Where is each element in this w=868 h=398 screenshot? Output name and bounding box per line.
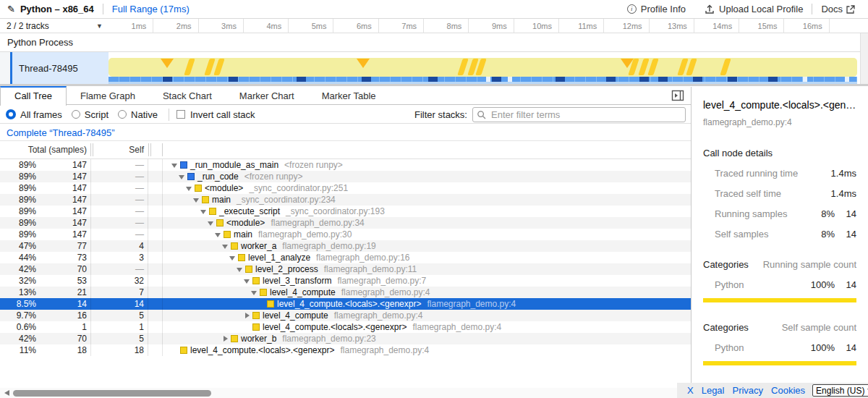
footer-link-privacy[interactable]: Privacy bbox=[732, 385, 763, 396]
function-name: level_4_compute.<locals>.<genexpr> bbox=[277, 298, 421, 310]
thread-activity-track[interactable] bbox=[109, 52, 857, 85]
cell-function: mainflamegraph_demo.py:30 bbox=[163, 229, 691, 240]
column-header-total[interactable]: Total (samples) bbox=[0, 141, 87, 158]
thread-track-row: Thread-78495 bbox=[0, 52, 868, 85]
column-divider bbox=[90, 159, 91, 171]
tab-marker-chart[interactable]: Marker Chart bbox=[226, 86, 308, 105]
sample-dark-segment bbox=[768, 77, 778, 82]
process-track-row[interactable]: Python Process bbox=[0, 33, 868, 52]
thread-track-label[interactable]: Thread-78495 bbox=[0, 52, 109, 85]
radio-all-frames[interactable]: All frames bbox=[6, 109, 62, 120]
footer-close-button[interactable]: X bbox=[687, 385, 694, 396]
profile-info-button[interactable]: i Profile Info bbox=[627, 4, 686, 14]
filter-stacks-input[interactable] bbox=[472, 107, 686, 122]
column-divider bbox=[90, 344, 91, 356]
ruler-tick: 6ms bbox=[333, 19, 378, 33]
column-divider bbox=[148, 194, 148, 206]
column-header-self[interactable]: Self bbox=[95, 141, 144, 158]
twisty-open-icon[interactable] bbox=[235, 263, 245, 275]
twisty-open-icon[interactable] bbox=[242, 275, 252, 287]
calltree-row[interactable]: 89%147—_run_module_as_main<frozen runpy> bbox=[0, 159, 691, 171]
cell-total-samples: 147 bbox=[36, 206, 87, 217]
calltree-row[interactable]: 13%217level_4_computeflamegraph_demo.py:… bbox=[0, 287, 691, 298]
twisty-open-icon[interactable] bbox=[184, 182, 195, 194]
calltree-row[interactable]: 89%147—<module>_sync_coordinator.py:251 bbox=[0, 182, 691, 194]
file-location: flamegraph_demo.py:34 bbox=[271, 217, 364, 229]
language-select[interactable]: English (US) bbox=[812, 384, 868, 397]
calltree-row[interactable]: 44%733level_1_analyzeflamegraph_demo.py:… bbox=[0, 252, 691, 263]
calltree-row[interactable]: 47%774worker_aflamegraph_demo.py:19 bbox=[0, 240, 691, 252]
tracks-dropdown-button[interactable]: 2 / 2 tracks ▼ bbox=[0, 19, 109, 33]
twisty-open-icon[interactable] bbox=[213, 229, 224, 240]
calltree-row[interactable]: 89%147—_run_code<frozen runpy> bbox=[0, 171, 691, 182]
calltree-row[interactable]: 89%147—_execute_script_sync_coordinator.… bbox=[0, 206, 691, 217]
invert-callstack-checkbox[interactable]: Invert call stack bbox=[176, 109, 255, 120]
python-category-icon bbox=[224, 231, 231, 238]
panel-tabs: Call TreeFlame GraphStack ChartMarker Ch… bbox=[0, 86, 691, 105]
sidebar-toggle-button[interactable] bbox=[671, 90, 685, 101]
radio-native[interactable]: Native bbox=[118, 109, 158, 120]
python-category-icon bbox=[209, 208, 216, 215]
breadcrumb[interactable]: Complete “Thread-78495” bbox=[7, 127, 115, 138]
tab-call-tree[interactable]: Call Tree bbox=[0, 86, 67, 106]
function-name: level_2_process bbox=[255, 263, 318, 275]
ruler-ticks: 1ms2ms3ms4ms5ms6ms7ms8ms9ms10ms11ms12ms1… bbox=[109, 19, 830, 33]
radio-script[interactable]: Script bbox=[72, 109, 109, 120]
sample-dark-segment bbox=[658, 77, 668, 82]
twisty-closed-icon[interactable] bbox=[221, 333, 231, 344]
upload-profile-button[interactable]: Upload Local Profile bbox=[705, 4, 803, 14]
jank-marker-icon[interactable] bbox=[161, 59, 174, 68]
cell-total-percent: 89% bbox=[0, 171, 36, 182]
scroll-left-arrow[interactable] bbox=[4, 390, 9, 396]
calltree-row[interactable]: 0.6%11level_4_compute.<locals>.<genexpr>… bbox=[0, 321, 691, 333]
calltree-row[interactable]: 32%5332level_3_transformflamegraph_demo.… bbox=[0, 275, 691, 287]
column-divider bbox=[148, 240, 148, 252]
jank-marker-icon[interactable] bbox=[357, 59, 370, 68]
tab-marker-table[interactable]: Marker Table bbox=[308, 86, 390, 105]
cell-total-percent: 89% bbox=[0, 194, 36, 206]
calltree-row[interactable]: 89%147—main_sync_coordinator.py:234 bbox=[0, 194, 691, 206]
twisty-open-icon[interactable] bbox=[228, 252, 238, 263]
twisty-spacer bbox=[257, 298, 267, 310]
twisty-open-icon[interactable] bbox=[206, 217, 216, 229]
radio-circle-icon bbox=[6, 109, 16, 119]
tracks-vertical-scrollbar[interactable] bbox=[860, 33, 868, 85]
cell-function: worker_aflamegraph_demo.py:19 bbox=[163, 240, 691, 252]
cell-self: — bbox=[91, 263, 144, 275]
scrollbar-thumb[interactable] bbox=[13, 390, 211, 397]
calltree-row[interactable]: 8.5%1414level_4_compute.<locals>.<genexp… bbox=[0, 298, 691, 310]
cell-total-percent: 44% bbox=[0, 252, 36, 263]
twisty-closed-icon[interactable] bbox=[242, 310, 252, 321]
calltree-row[interactable]: 89%147—mainflamegraph_demo.py:30 bbox=[0, 229, 691, 240]
calltree-row[interactable]: 9.7%165level_4_computeflamegraph_demo.py… bbox=[0, 310, 691, 321]
calltree-row[interactable]: 89%147—<module>flamegraph_demo.py:34 bbox=[0, 217, 691, 229]
twisty-open-icon[interactable] bbox=[250, 287, 260, 298]
tab-flame-graph[interactable]: Flame Graph bbox=[67, 86, 149, 105]
cell-total-percent: 42% bbox=[0, 333, 36, 344]
twisty-open-icon[interactable] bbox=[199, 206, 209, 217]
twisty-open-icon[interactable] bbox=[177, 171, 187, 182]
sample-dark-segment bbox=[229, 77, 238, 82]
radio-circle-icon bbox=[72, 110, 80, 119]
category-header-right: Running sample count bbox=[763, 259, 856, 270]
column-divider bbox=[148, 333, 148, 344]
cell-total-samples: 147 bbox=[36, 229, 87, 240]
twisty-open-icon[interactable] bbox=[170, 159, 180, 171]
column-divider bbox=[148, 206, 148, 217]
column-divider bbox=[148, 263, 148, 275]
category-header-left: Categories bbox=[703, 322, 782, 333]
edit-profile-name-icon[interactable]: ✎ bbox=[7, 4, 15, 14]
python-category-icon bbox=[231, 335, 238, 342]
full-range-button[interactable]: Full Range (17ms) bbox=[112, 4, 190, 14]
calltree-row[interactable]: 42%70—level_2_processflamegraph_demo.py:… bbox=[0, 263, 691, 275]
twisty-open-icon[interactable] bbox=[221, 240, 231, 252]
tab-stack-chart[interactable]: Stack Chart bbox=[149, 86, 226, 105]
footer-link-cookies[interactable]: Cookies bbox=[771, 385, 805, 396]
cell-total-samples: 16 bbox=[36, 310, 87, 321]
column-divider bbox=[90, 287, 91, 298]
twisty-open-icon[interactable] bbox=[192, 194, 202, 206]
footer-link-legal[interactable]: Legal bbox=[702, 385, 725, 396]
docs-link[interactable]: Docs bbox=[821, 4, 859, 14]
calltree-row[interactable]: 42%705worker_bflamegraph_demo.py:23 bbox=[0, 333, 691, 344]
calltree-row[interactable]: 11%1818level_4_compute.<locals>.<genexpr… bbox=[0, 344, 691, 356]
